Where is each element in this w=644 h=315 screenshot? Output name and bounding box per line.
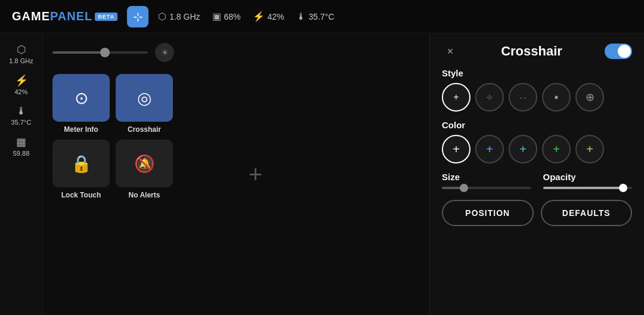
color-option-teal[interactable]: + (509, 135, 537, 163)
sidebar-item-cpu[interactable]: ⬡ 1.8 GHz (0, 39, 42, 68)
color-options: + + + + + (442, 135, 632, 163)
brightness-bar: ☀ (52, 43, 420, 62)
tile-crosshair: ◎ Crosshair (116, 74, 173, 134)
panel-area: ☀ ⊙ Meter Info ◎ Crosshair 🔒 Lock Touch … (43, 33, 429, 315)
main-area: ⬡ 1.8 GHz ⚡ 42% 🌡 35.7°C ▦ 59.88 ☀ (0, 33, 644, 315)
sidebar-fps-label: 59.88 (13, 150, 30, 157)
move-icon[interactable]: ⊹ (127, 6, 148, 27)
no-alerts-button[interactable]: 🔕 (116, 140, 173, 187)
temp-stat: 🌡 35.7°C (296, 11, 335, 22)
meter-info-button[interactable]: ⊙ (52, 74, 110, 122)
tiles-grid: ⊙ Meter Info ◎ Crosshair 🔒 Lock Touch 🔕 … (52, 74, 420, 199)
cpu-stat: ⬡ 1.8 GHz (158, 11, 200, 22)
crosshair-label: Crosshair (128, 125, 161, 134)
color-option-white[interactable]: + (442, 135, 470, 163)
color-option-green[interactable]: + (542, 135, 571, 163)
temp-value: 35.7°C (309, 12, 335, 21)
defaults-button[interactable]: DEFAULTS (541, 200, 633, 226)
battery-stat: ⚡ 42% (253, 11, 284, 22)
style-label: Style (442, 68, 632, 78)
sidebar: ⬡ 1.8 GHz ⚡ 42% 🌡 35.7°C ▦ 59.88 (0, 33, 43, 315)
opacity-thumb[interactable] (619, 184, 627, 192)
logo-panel-text: PANEL (50, 10, 92, 23)
add-widget-button[interactable]: + (249, 161, 262, 188)
cpu-icon: ⬡ (158, 11, 166, 22)
gpu-value: 68% (224, 12, 241, 21)
size-opacity-row: Size Opacity (442, 172, 632, 189)
bottom-buttons: POSITION DEFAULTS (442, 200, 632, 226)
color-label: Color (442, 120, 632, 130)
brightness-fill (52, 51, 105, 54)
meter-info-label: Meter Info (64, 125, 98, 134)
sidebar-temp-icon: 🌡 (16, 105, 27, 118)
sidebar-item-fps[interactable]: ▦ 59.88 (0, 132, 42, 160)
brightness-icon: ☀ (155, 43, 174, 62)
close-button[interactable]: × (442, 43, 459, 60)
lock-touch-label: Lock Touch (61, 191, 101, 199)
size-thumb[interactable] (460, 184, 468, 192)
sidebar-cpu-label: 1.8 GHz (9, 57, 33, 64)
style-option-dot-cross[interactable]: ⊹ (475, 83, 504, 112)
toggle-knob (618, 45, 631, 58)
cpu-value: 1.8 GHz (169, 12, 200, 21)
tile-no-alerts: 🔕 No Alerts (116, 140, 173, 199)
style-option-scope[interactable]: ⊕ (575, 83, 604, 112)
crosshair-panel: × Crosshair Style + ⊹ - - • ⊕ Color + + … (429, 33, 644, 315)
color-section: Color + + + + + (442, 120, 632, 163)
style-option-dot[interactable]: • (542, 83, 571, 112)
size-group: Size (442, 172, 531, 189)
brightness-thumb[interactable] (100, 48, 110, 57)
size-label: Size (442, 172, 531, 182)
opacity-label: Opacity (543, 172, 633, 182)
no-alerts-label: No Alerts (129, 191, 160, 199)
gpu-stat: ▣ 68% (212, 11, 241, 22)
tile-meter-info: ⊙ Meter Info (52, 74, 110, 134)
header-bar: GAMEPANELBETA ⊹ ⬡ 1.8 GHz ▣ 68% ⚡ 42% 🌡 … (0, 0, 644, 33)
sidebar-item-temp[interactable]: 🌡 35.7°C (0, 101, 42, 129)
tile-lock-touch: 🔒 Lock Touch (52, 140, 110, 199)
gpu-icon: ▣ (212, 11, 221, 22)
style-options: + ⊹ - - • ⊕ (442, 83, 632, 112)
crosshair-button[interactable]: ◎ (116, 74, 173, 122)
temp-icon: 🌡 (296, 11, 306, 22)
opacity-group: Opacity (543, 172, 633, 189)
panel-header: × Crosshair (442, 43, 632, 60)
sidebar-battery-label: 42% (14, 88, 27, 95)
header-stats: ⬡ 1.8 GHz ▣ 68% ⚡ 42% 🌡 35.7°C (158, 11, 334, 22)
lock-touch-button[interactable]: 🔒 (52, 140, 110, 187)
size-slider[interactable] (442, 187, 531, 189)
style-section: Style + ⊹ - - • ⊕ (442, 68, 632, 112)
brightness-slider[interactable] (52, 51, 148, 54)
color-option-blue[interactable]: + (475, 135, 504, 163)
style-option-cross[interactable]: + (442, 83, 470, 112)
color-option-yellow[interactable]: + (575, 135, 604, 163)
opacity-slider[interactable] (543, 187, 633, 189)
sidebar-battery-icon: ⚡ (15, 74, 28, 87)
logo-game-text: GAME (12, 10, 50, 23)
sidebar-temp-label: 35.7°C (11, 119, 32, 126)
battery-value: 42% (268, 12, 284, 21)
sidebar-cpu-icon: ⬡ (17, 43, 26, 56)
battery-icon: ⚡ (253, 11, 265, 22)
style-option-dash[interactable]: - - (509, 83, 537, 112)
opacity-fill (543, 187, 624, 189)
logo-beta-badge: BETA (95, 13, 117, 21)
position-button[interactable]: POSITION (442, 200, 534, 226)
crosshair-toggle[interactable] (605, 44, 632, 59)
sidebar-item-battery[interactable]: ⚡ 42% (0, 70, 42, 99)
app-logo: GAMEPANELBETA (12, 10, 117, 23)
sidebar-fps-icon: ▦ (16, 135, 26, 149)
panel-title: Crosshair (465, 44, 599, 59)
